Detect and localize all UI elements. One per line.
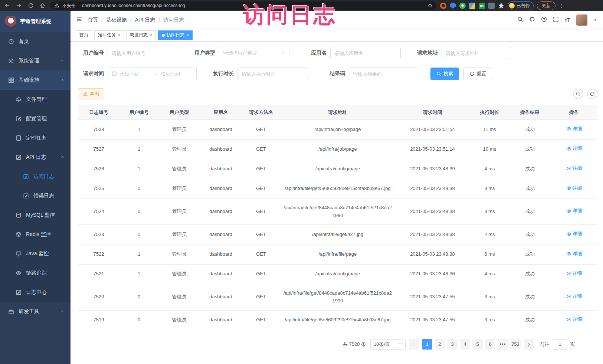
result-code-input[interactable] (353, 71, 415, 77)
sidebar-item-devtools[interactable]: 研发工具 (0, 302, 71, 321)
sidebar-item-error-log[interactable]: 错误日志 (0, 186, 71, 206)
sidebar-item-file[interactable]: 文件管理 (0, 90, 71, 109)
tab-job[interactable]: 定时任务× (94, 30, 124, 40)
page-button-3[interactable]: 3 (447, 339, 458, 350)
app-logo[interactable]: 芋道管理系统 (0, 11, 71, 32)
fullscreen-icon[interactable] (553, 16, 559, 24)
detail-link[interactable]: 详细 (566, 270, 582, 278)
user-id-input[interactable] (112, 50, 174, 56)
paused-badge[interactable]: 已暂停 (508, 1, 534, 10)
filter-row-1: 用户编号 用户类型 请选择用户类型 应用名 请求地址 (78, 47, 597, 59)
cell-action: 详细 (551, 245, 597, 264)
page-button-753[interactable]: 753 (510, 339, 521, 350)
cell-user-type: 管理员 (158, 140, 200, 159)
detail-link[interactable]: 详细 (566, 250, 582, 258)
detail-link[interactable]: 详细 (566, 125, 582, 133)
sidebar-item-home[interactable]: 首页 (0, 32, 71, 51)
next-page-button[interactable] (524, 339, 534, 350)
detail-link[interactable]: 详细 (566, 230, 582, 238)
export-button[interactable]: 导出 (78, 88, 104, 99)
extension-icon-white-flower[interactable] (498, 3, 504, 9)
breadcrumb: 首页/ 基础设施/ API 日志/ 访问日志 (88, 17, 184, 23)
cell-url: /api/infra/file/get/8448cada8c714e4ab61f… (281, 284, 395, 310)
help-icon[interactable] (541, 16, 547, 24)
sidebar-item-redis[interactable]: Redis 监控 (0, 225, 71, 244)
date-range-picker[interactable]: 开始日期 - 结束日期 (108, 68, 197, 80)
extension-icon-gray[interactable] (488, 3, 495, 9)
browser-menu-icon[interactable]: ⋮ (559, 3, 564, 9)
breadcrumb-api-log[interactable]: API 日志 (135, 17, 155, 23)
toggle-search-button[interactable] (573, 89, 583, 99)
browser-back-icon[interactable] (3, 1, 11, 10)
close-icon[interactable]: × (186, 33, 189, 38)
close-icon[interactable]: × (118, 33, 120, 38)
sidebar-item-log-center[interactable]: 日志中心 (0, 283, 71, 302)
tab-home[interactable]: 首页 (76, 30, 92, 40)
breadcrumb-home[interactable]: 首页 (88, 17, 98, 23)
app-name-input[interactable] (334, 50, 397, 56)
refresh-table-button[interactable] (587, 89, 597, 99)
user-type-select[interactable]: 请选择用户类型 (219, 47, 289, 59)
sidebar-item-api-log[interactable]: API 日志 (0, 148, 71, 167)
cell-result: 成功 (509, 140, 551, 159)
reset-button[interactable]: 重置 (463, 68, 492, 80)
tab-job-log[interactable]: 调度日志× (126, 30, 156, 40)
sidebar-item-java[interactable]: Java 监控 (0, 244, 71, 263)
url-bar[interactable]: 不安全 dashboard.yudao.iocoder.cn/infra/log… (50, 1, 436, 10)
cloud-upload-icon (16, 96, 22, 102)
page-button-6[interactable]: 6 (485, 339, 495, 350)
cell-log-id: 7520 (78, 284, 119, 310)
github-icon[interactable] (529, 16, 535, 24)
cell-log-id: 7521 (78, 264, 119, 284)
browser-reload-icon[interactable] (27, 1, 35, 10)
page-header: 首页/ 基础设施/ API 日志/ 访问日志 ᴛT ▼ (71, 11, 603, 29)
hamburger-icon[interactable] (76, 16, 82, 24)
sidebar-item-job[interactable]: 定时任务 (0, 128, 71, 148)
api-log-icon (16, 154, 22, 160)
extension-icon-color-grid[interactable] (469, 3, 475, 9)
page-button-5[interactable]: 5 (472, 339, 483, 350)
extension-icon-orange-ring[interactable] (440, 3, 446, 9)
bookmark-star-icon[interactable] (427, 3, 433, 8)
user-avatar[interactable] (576, 14, 587, 26)
url-text: dashboard.yudao.iocoder.cn/infra/log/api… (82, 3, 425, 8)
prev-page-button[interactable] (409, 339, 419, 350)
sidebar-item-access-log[interactable]: 访问日志 (0, 167, 71, 186)
extension-icon-green-circle[interactable] (459, 3, 466, 9)
detail-link[interactable]: 详细 (566, 164, 582, 172)
detail-link[interactable]: 详细 (566, 184, 582, 192)
update-button[interactable]: 更新 (537, 1, 556, 10)
req-url-input[interactable] (446, 50, 508, 56)
detail-link[interactable]: 详细 (566, 207, 582, 215)
search-icon[interactable] (517, 16, 523, 24)
page-button-2[interactable]: 2 (435, 339, 445, 350)
detail-link[interactable]: 详细 (566, 145, 582, 153)
page-button-4[interactable]: 4 (460, 339, 470, 350)
search-button[interactable]: 搜索 (430, 68, 459, 80)
extension-icon-blue-shield[interactable] (450, 3, 456, 9)
browser-forward-icon[interactable] (15, 1, 23, 10)
breadcrumb-infra[interactable]: 基础设施 (106, 17, 127, 23)
sidebar-item-system[interactable]: 系统管理 (0, 51, 71, 70)
avatar-caret-icon[interactable]: ▼ (593, 18, 597, 22)
cell-user-type: 管理员 (158, 199, 200, 225)
page-ellipsis[interactable]: ••• (498, 339, 508, 350)
page-button-1[interactable]: 1 (422, 339, 432, 350)
page-size-select[interactable]: 10条/页 (370, 339, 406, 350)
cell-app-name: dashboard (200, 159, 242, 179)
duration-input[interactable] (242, 71, 304, 77)
cell-user-id: 1 (119, 159, 158, 179)
table-row: 75271管理员dashboardGET/api/infra/job/page2… (78, 140, 597, 159)
goto-page-input[interactable] (552, 339, 568, 350)
tab-access-log[interactable]: 访问日志× (158, 30, 193, 40)
browser-home-icon[interactable] (39, 1, 47, 10)
detail-link[interactable]: 详细 (566, 293, 582, 301)
close-icon[interactable]: × (150, 33, 152, 38)
sidebar-item-config[interactable]: 配置管理 (0, 109, 71, 128)
sidebar-item-mysql[interactable]: MySQL 监控 (0, 206, 71, 225)
sidebar-item-trace[interactable]: 链路追踪 (0, 263, 71, 283)
detail-link[interactable]: 详细 (566, 316, 582, 324)
sidebar-item-infra[interactable]: 基础设施 (0, 70, 71, 90)
font-size-icon[interactable]: ᴛT (565, 17, 570, 23)
extension-icon-an-badge[interactable]: an (479, 3, 485, 9)
